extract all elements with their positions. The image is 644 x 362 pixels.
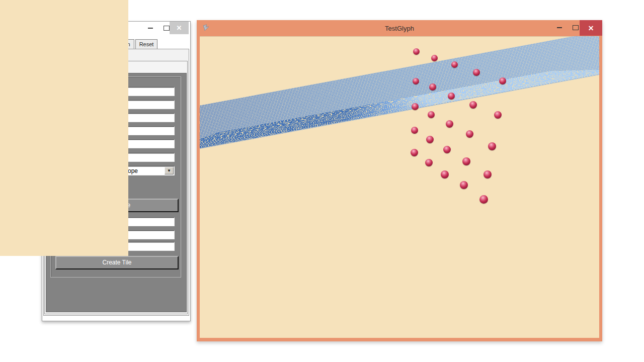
tab-dynamic-services[interactable]: Dynamic Services bbox=[70, 50, 124, 61]
rows-input[interactable] bbox=[104, 217, 175, 226]
add-rope-button[interactable]: Add Rope bbox=[55, 199, 179, 212]
form1-window: Form1 ✕ Design Runtime Manipulation Rese… bbox=[42, 21, 191, 321]
inner-friction-input[interactable] bbox=[104, 126, 175, 135]
rigid-sphere bbox=[488, 142, 496, 150]
maximize-icon bbox=[164, 26, 170, 31]
rigid-sphere bbox=[425, 159, 433, 166]
maximize-icon bbox=[573, 25, 579, 30]
num-of-masses-input[interactable] bbox=[104, 87, 175, 96]
columns-input[interactable] bbox=[104, 230, 175, 239]
window-title: TestGlyph bbox=[197, 25, 602, 32]
combobox-value: Strick Rope bbox=[107, 167, 138, 174]
field-label: Columns bbox=[57, 232, 80, 238]
rigid-sphere bbox=[469, 101, 477, 109]
rigid-sphere bbox=[411, 127, 418, 134]
groupbox-title: Spring Service bbox=[55, 73, 99, 79]
tabstrip-main: Design Runtime Manipulation Reset bbox=[44, 37, 158, 49]
rigid-sphere bbox=[494, 111, 502, 119]
field-row: Inner friction bbox=[51, 126, 181, 136]
rigid-size-input[interactable] bbox=[104, 153, 175, 162]
desktop: Form1 ✕ Design Runtime Manipulation Rese… bbox=[0, 0, 644, 362]
field-row: Gravity bbox=[51, 242, 181, 252]
rigid-sphere bbox=[446, 120, 453, 128]
normal-length-input[interactable] bbox=[104, 113, 175, 122]
minimize-icon bbox=[148, 28, 153, 29]
rigid-sphere bbox=[484, 170, 492, 178]
field-label: Spring Type bbox=[55, 168, 87, 174]
field-label: Rows bbox=[57, 219, 71, 225]
close-icon: ✕ bbox=[588, 24, 594, 32]
rigid-sphere bbox=[426, 136, 434, 143]
form1-titlebar[interactable]: Form1 ✕ bbox=[42, 22, 190, 37]
gravity-input[interactable] bbox=[104, 242, 175, 251]
minimize-button[interactable] bbox=[552, 20, 567, 35]
field-row: Spring coff. const bbox=[51, 100, 181, 110]
close-button[interactable]: ✕ bbox=[170, 22, 189, 34]
rigid-sphere bbox=[479, 195, 488, 204]
field-label: Gravity bbox=[57, 244, 76, 250]
rigid-sphere bbox=[413, 78, 419, 84]
tabstrip-springs: Springs RagDoll bbox=[47, 62, 105, 73]
field-row: Columns bbox=[51, 230, 181, 240]
tab-springs[interactable]: Springs bbox=[47, 62, 75, 73]
field-row: Position bbox=[51, 139, 181, 149]
rigid-sphere bbox=[411, 149, 418, 156]
field-label: Inner friction bbox=[55, 128, 89, 134]
create-tile-button[interactable]: Create Tile bbox=[55, 256, 179, 269]
tab-design[interactable]: Design bbox=[44, 37, 71, 49]
springs-panel: Spring Service Num of masses Spring coff… bbox=[46, 73, 187, 312]
tab-rigids[interactable]: Rigids bbox=[45, 52, 69, 61]
rigid-sphere bbox=[499, 77, 506, 84]
rigid-sphere bbox=[429, 83, 436, 90]
field-label: Rigid Size bbox=[55, 155, 82, 161]
tab-ragdoll[interactable]: RagDoll bbox=[76, 64, 104, 73]
checkbox-label: Is Rigids Collidable bbox=[65, 180, 116, 187]
rigid-sphere bbox=[460, 181, 468, 189]
testglyph-titlebar[interactable]: TestGlyph ✕ bbox=[197, 20, 602, 36]
tabstrip-services: Rigids Dynamic Services bbox=[45, 50, 125, 61]
chevron-down-icon[interactable]: ▼ bbox=[165, 167, 174, 174]
rigid-sphere bbox=[466, 130, 473, 138]
is-rigids-collidable-checkbox[interactable]: ✓ bbox=[55, 180, 62, 188]
field-label: Num of masses bbox=[55, 89, 96, 95]
close-button[interactable]: ✕ bbox=[580, 20, 602, 36]
spring-coff-const-input[interactable] bbox=[104, 100, 175, 109]
field-row: Normal length bbox=[51, 113, 181, 123]
spring-service-groupbox: Spring Service Num of masses Spring coff… bbox=[50, 76, 181, 278]
rigid-sphere bbox=[462, 157, 470, 165]
tab-reset[interactable]: Reset bbox=[135, 39, 158, 49]
field-row: Spring Type Strick Rope ▼ bbox=[51, 166, 181, 176]
field-row: Rows bbox=[51, 217, 181, 227]
rigid-sphere bbox=[451, 61, 458, 68]
rigid-sphere bbox=[413, 48, 420, 55]
glyph-scene[interactable] bbox=[200, 36, 599, 338]
field-label: Normal length bbox=[55, 115, 92, 121]
rigid-sphere bbox=[431, 55, 438, 61]
rigid-sphere bbox=[448, 93, 455, 100]
position-input[interactable] bbox=[104, 139, 175, 148]
rigid-sphere bbox=[473, 69, 480, 76]
minimize-button[interactable] bbox=[143, 22, 158, 34]
field-row: Num of masses bbox=[51, 87, 181, 97]
field-row: Rigid Size bbox=[51, 153, 181, 163]
scene-tilt bbox=[200, 36, 599, 338]
close-icon: ✕ bbox=[177, 24, 182, 32]
tab-runtime-manipulation[interactable]: Runtime Manipulation bbox=[72, 39, 134, 49]
rigid-sphere bbox=[428, 111, 435, 118]
rigid-sphere bbox=[443, 146, 451, 153]
field-label: Position bbox=[55, 141, 76, 147]
spring-type-combobox[interactable]: Strick Rope ▼ bbox=[104, 166, 175, 175]
rigid-sphere bbox=[412, 103, 419, 110]
rigid-sphere bbox=[441, 170, 449, 178]
checkbox-row: ✓ Is Rigids Collidable bbox=[55, 179, 116, 188]
testglyph-window: TestGlyph ✕ bbox=[197, 20, 602, 341]
minimize-icon bbox=[557, 27, 562, 28]
field-label: Spring coff. const bbox=[55, 102, 102, 108]
